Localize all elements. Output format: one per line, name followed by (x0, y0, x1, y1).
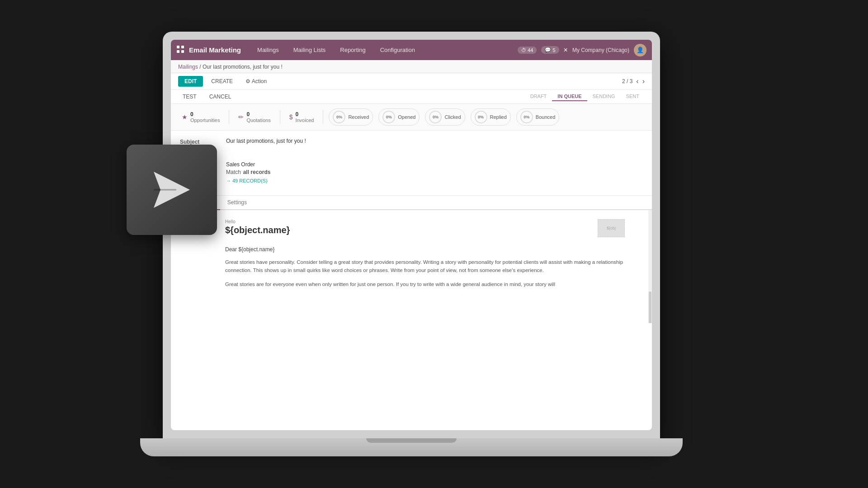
replied-circle: 0% (475, 111, 487, 123)
opened-circle: 0% (382, 111, 395, 123)
grid-icon[interactable] (176, 45, 184, 55)
mail-object-name[interactable]: ${object.name} (225, 225, 290, 235)
invoiced-count: 0 (295, 111, 314, 117)
send-icon (149, 167, 194, 212)
tab-settings[interactable]: Settings (220, 196, 254, 210)
svg-rect-3 (181, 46, 184, 48)
create-button[interactable]: CREATE (207, 76, 237, 87)
stats-row: ★ 0 Opportunities ✏ 0 Quotations $ (171, 104, 652, 131)
stat-divider-2 (280, 110, 280, 124)
cancel-button[interactable]: CANCEL (205, 92, 236, 102)
subject-value[interactable]: Our last promotions, just for you ! (226, 138, 306, 144)
bounced-circle: 0% (520, 111, 533, 123)
clicked-circle: 0% (429, 111, 442, 123)
main-content-wrapper: Hello ${object.name} ${obj Dear ${object… (171, 210, 652, 323)
next-page-button[interactable]: › (642, 77, 645, 85)
stat-replied[interactable]: 0% Replied (471, 108, 511, 126)
subject-row: Subject Our last promotions, just for yo… (180, 138, 643, 145)
invoiced-label: Invoiced (295, 117, 314, 123)
opened-label: Opened (398, 114, 415, 120)
received-label: Received (348, 114, 369, 120)
stat-opened[interactable]: 0% Opened (378, 108, 420, 126)
dollar-icon: $ (289, 113, 293, 121)
pencil-icon: ✏ (238, 113, 244, 121)
opportunities-count: 0 (190, 111, 220, 117)
chat-badge[interactable]: 💬 5 (541, 46, 559, 54)
clock-icon: ⏱ (521, 47, 526, 53)
mail-hello: Hello (225, 219, 290, 224)
avatar[interactable]: 👤 (634, 44, 646, 56)
stat-quotations[interactable]: ✏ 0 Quotations (235, 109, 274, 125)
stat-clicked[interactable]: 0% Clicked (425, 108, 465, 126)
action-button[interactable]: ⚙ Action (241, 76, 271, 87)
stat-opportunities[interactable]: ★ 0 Opportunities (178, 109, 223, 125)
nav-reporting[interactable]: Reporting (337, 45, 368, 55)
status-sending[interactable]: SENDING (587, 92, 621, 101)
breadcrumb: Mailings / Our last promotions, just for… (178, 64, 283, 70)
email-app-icon (127, 145, 217, 235)
scrollbar-thumb[interactable] (649, 291, 651, 323)
quotations-count: 0 (246, 111, 270, 117)
mail-paragraph-2: Great stories are for everyone even when… (225, 280, 625, 288)
edit-button[interactable]: EDIT (178, 76, 203, 87)
nav-configuration[interactable]: Configuration (377, 45, 418, 55)
chat-icon: 💬 (545, 47, 551, 53)
replied-label: Replied (490, 114, 507, 120)
quotations-label: Quotations (246, 117, 270, 123)
company-name: My Company (Chicago) (572, 47, 629, 53)
received-circle: 0% (333, 111, 345, 123)
secondary-toolbar: TEST CANCEL DRAFT IN QUEUE SENDING SENT (171, 90, 652, 104)
status-in-queue[interactable]: IN QUEUE (552, 92, 587, 101)
prev-page-button[interactable]: ‹ (636, 77, 638, 85)
stat-divider-1 (229, 110, 229, 124)
records-link[interactable]: → 49 RECORD(S) (226, 178, 270, 183)
laptop-shell: Email Marketing Mailings Mailing Lists R… (163, 32, 660, 438)
recipients-value[interactable]: Sales Order (226, 161, 270, 168)
star-icon: ★ (182, 113, 188, 121)
clicked-label: Clicked (444, 114, 461, 120)
test-button[interactable]: TEST (178, 92, 201, 102)
laptop-screen: Email Marketing Mailings Mailing Lists R… (171, 40, 652, 430)
nav-mailing-lists[interactable]: Mailing Lists (291, 45, 329, 55)
svg-rect-2 (177, 46, 179, 48)
toolbar: EDIT CREATE ⚙ Action 2 / 3 ‹ › (171, 73, 652, 90)
status-sent[interactable]: SENT (621, 92, 645, 101)
mail-dear: Dear ${object.name} (225, 246, 625, 253)
stat-received[interactable]: 0% Received (329, 108, 373, 126)
nav-mailings[interactable]: Mailings (255, 45, 282, 55)
laptop-notch (366, 438, 457, 443)
gear-icon: ⚙ (245, 78, 250, 84)
stat-bounced[interactable]: 0% Bounced (516, 108, 559, 126)
close-icon[interactable]: × (564, 46, 568, 54)
preview-text-value[interactable] (226, 150, 227, 156)
toolbar-right: 2 / 3 ‹ › (622, 77, 645, 85)
tabs-bar: Mail Body Settings (171, 196, 652, 210)
match-row: Match all records (226, 169, 270, 175)
status-draft[interactable]: DRAFT (525, 92, 552, 101)
bounced-label: Bounced (536, 114, 555, 120)
svg-rect-5 (181, 50, 184, 53)
app-title: Email Marketing (189, 46, 241, 54)
stat-divider-3 (323, 110, 323, 124)
stat-invoiced[interactable]: $ 0 Invoiced (286, 109, 318, 125)
clock-badge[interactable]: ⏱ 44 (518, 47, 537, 54)
nav-right: ⏱ 44 💬 5 × My Company (Chicago) 👤 (518, 44, 646, 56)
mail-paragraph-1: Great stories have personality. Consider… (225, 258, 625, 275)
status-pills: DRAFT IN QUEUE SENDING SENT (525, 92, 645, 101)
svg-rect-4 (177, 50, 179, 53)
page-nav: 2 / 3 (622, 78, 632, 84)
mail-header-row: Hello ${object.name} ${obj (225, 219, 625, 237)
mail-logo-placeholder: ${obj (598, 219, 625, 237)
arrow-icon: → (226, 178, 231, 183)
recipients-row: Recipients Sales Order Match all records… (180, 161, 643, 183)
nav-menu: Mailings Mailing Lists Reporting Configu… (255, 45, 518, 55)
breadcrumb-area: Mailings / Our last promotions, just for… (171, 60, 652, 73)
preview-text-row: Preview Text (180, 150, 643, 157)
match-text: Match (226, 169, 241, 175)
content-area: Subject Our last promotions, just for yo… (171, 131, 652, 196)
breadcrumb-current: Our last promotions, just for you ! (203, 64, 283, 70)
top-navigation: Email Marketing Mailings Mailing Lists R… (171, 40, 652, 60)
scrollbar[interactable] (648, 210, 652, 323)
mail-body: Hello ${object.name} ${obj Dear ${object… (171, 210, 652, 323)
breadcrumb-parent[interactable]: Mailings (178, 64, 198, 70)
